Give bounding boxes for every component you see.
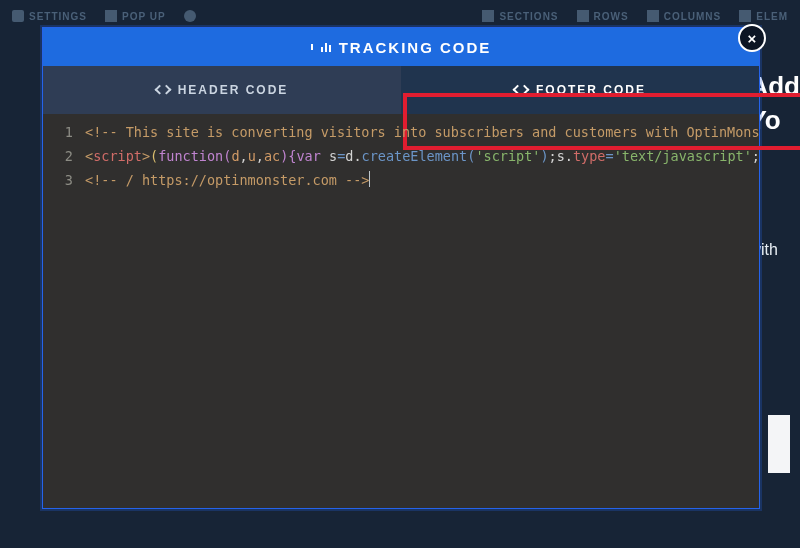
code-editor[interactable]: 1 2 3 <!-- This site is converting visit… xyxy=(43,114,759,508)
tracking-code-modal: TRACKING CODE HEADER CODE FOOTER CODE 1 … xyxy=(42,27,760,509)
columns-icon xyxy=(647,10,659,22)
toolbar-elements[interactable]: ELEM xyxy=(739,10,788,22)
sections-icon xyxy=(482,10,494,22)
toolbar-undo[interactable] xyxy=(184,10,196,22)
tab-footer-code[interactable]: FOOTER CODE xyxy=(401,66,759,114)
chart-icon xyxy=(321,43,331,52)
background-panel xyxy=(768,415,790,473)
toolbar-popup[interactable]: POP UP xyxy=(105,10,166,22)
modal-title-text: TRACKING CODE xyxy=(339,39,492,56)
tab-header-code[interactable]: HEADER CODE xyxy=(43,66,401,114)
close-button[interactable]: × xyxy=(738,24,766,52)
undo-icon xyxy=(184,10,196,22)
chart-icon xyxy=(311,44,313,50)
toolbar-rows[interactable]: ROWS xyxy=(577,10,629,22)
gear-icon xyxy=(12,10,24,22)
line-gutter: 1 2 3 xyxy=(43,114,81,508)
text-cursor xyxy=(369,171,370,187)
rows-icon xyxy=(577,10,589,22)
elements-icon xyxy=(739,10,751,22)
toolbar-columns[interactable]: COLUMNS xyxy=(647,10,722,22)
toolbar-sections[interactable]: SECTIONS xyxy=(482,10,558,22)
toolbar-settings[interactable]: SETTINGS xyxy=(12,10,87,22)
modal-title-bar: TRACKING CODE xyxy=(43,28,759,66)
modal-tabs: HEADER CODE FOOTER CODE xyxy=(43,66,759,114)
code-icon xyxy=(514,85,528,95)
code-content[interactable]: <!-- This site is converting visitors in… xyxy=(81,114,759,508)
code-icon xyxy=(156,85,170,95)
popup-icon xyxy=(105,10,117,22)
